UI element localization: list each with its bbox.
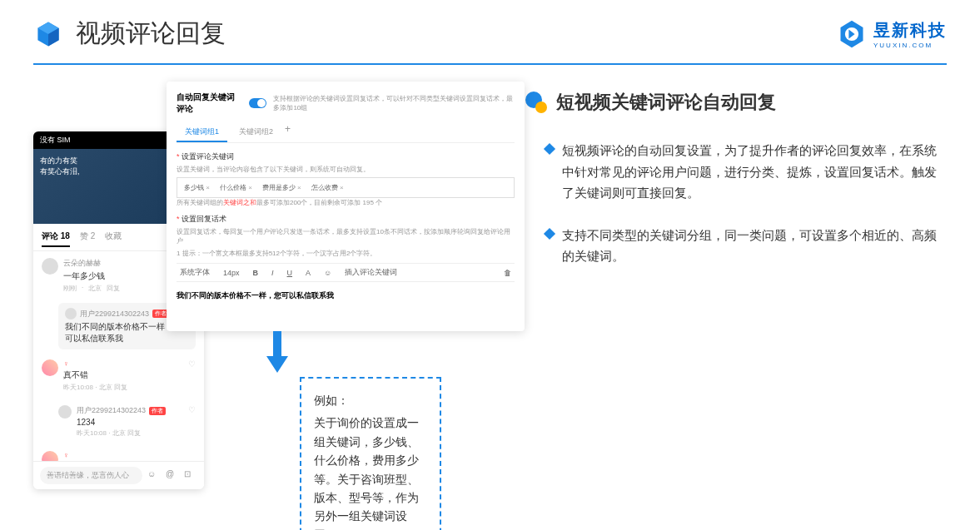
keyword-count-hint: 所有关键词组的关键词之和最多可添加200个，目前剩余可添加 195 个 [177, 198, 515, 207]
reply-field-hint: 设置回复话术，每回复一个用户评论只发送一条话术，最多支持设置10条不同话术，按添… [177, 227, 515, 245]
avatar [42, 359, 58, 376]
keyword-field-label: 设置评论关键词 [177, 151, 515, 162]
reply-field-label: 设置回复话术 [177, 214, 515, 225]
keyword-tag[interactable]: 多少钱 [181, 181, 213, 194]
comment-text: 真不错 [63, 369, 183, 381]
keyword-tag[interactable]: 怎么收费 [308, 181, 347, 194]
svg-point-2 [535, 102, 547, 113]
bullet-item: 短视频评论的自动回复设置，为了提升作者的评论回复效率，在系统中针对常见的评论用户… [525, 140, 947, 204]
insert-keyword-button[interactable]: 插入评论关键词 [341, 267, 400, 278]
heart-icon[interactable]: ♡ [188, 359, 196, 392]
logo-text-main: 昱新科技 [873, 19, 947, 42]
auto-reply-desc: 支持根据评论的关键词设置回复话术，可以针对不同类型关键词设置回复话术，最多添加1… [273, 94, 515, 112]
editor-content[interactable]: 我们不同的版本价格不一样，您可以私信联系我 [177, 287, 515, 305]
auto-reply-toggle[interactable] [249, 98, 266, 108]
comment-input-field[interactable]: 善语结善缘，恶言伤人心 [40, 467, 142, 484]
avatar [42, 258, 58, 275]
font-select[interactable]: 系统字体 [177, 267, 213, 278]
at-icon[interactable]: @ [166, 469, 179, 483]
bullet-text: 支持不同类型的关键词分组，同一类问题，可设置多个相近的、高频的关键词。 [562, 225, 947, 267]
keyword-input[interactable]: 多少钱 什么价格 费用是多少 怎么收费 [177, 177, 515, 198]
comment-username: 用户2299214302243 [77, 405, 146, 416]
add-group-button[interactable]: + [285, 123, 291, 142]
underline-button[interactable]: U [284, 269, 296, 277]
page-title: 视频评论回复 [76, 17, 226, 51]
comments-tab[interactable]: 评论 18 [42, 230, 70, 247]
reply-username: 用户2299214302243 [80, 309, 149, 319]
example-callout: 例如： 关于询价的设置成一组关键词，多少钱、什么价格，费用多少等。关于咨询班型、… [300, 377, 441, 530]
logo-text-sub: YUUXIN.COM [873, 42, 947, 49]
comment-text: 1234 [77, 418, 183, 427]
avatar [65, 308, 77, 319]
avatar [58, 405, 72, 419]
italic-button[interactable]: I [268, 269, 277, 277]
bullet-text: 短视频评论的自动回复设置，为了提升作者的评论回复效率，在系统中针对常见的评论用户… [562, 140, 947, 204]
emoji-icon[interactable]: ☺ [147, 469, 161, 483]
example-label: 例如： [314, 391, 427, 409]
settings-panel: 自动回复关键词评论 支持根据评论的关键词设置回复话术，可以针对不同类型关键词设置… [167, 82, 525, 331]
bullet-item: 支持不同类型的关键词分组，同一类问题，可设置多个相近的、高频的关键词。 [525, 225, 947, 267]
comment-meta: 昨天10:08 · 北京 回复 [63, 383, 183, 392]
example-text: 关于询价的设置成一组关键词，多少钱、什么价格，费用多少等。关于咨询班型、版本、型… [314, 414, 427, 530]
editor-toolbar: 系统字体 14px B I U A ☺ 插入评论关键词 🗑 [177, 263, 515, 282]
header-divider [33, 63, 947, 65]
diamond-icon [544, 143, 555, 155]
author-badge: 作者 [149, 407, 166, 415]
keyword-tag[interactable]: 什么价格 [216, 181, 256, 194]
image-icon[interactable]: ⊡ [184, 469, 197, 483]
section-title: 短视频关键词评论自动回复 [556, 90, 776, 115]
auto-reply-label: 自动回复关键词评论 [177, 92, 242, 115]
logo-hexagon-icon [837, 19, 867, 49]
sim-status: 没有 SIM [40, 135, 71, 146]
comment-item: ♀ 真不错 昨天10:08 · 北京 回复 ♡ [33, 353, 204, 399]
diamond-icon [544, 227, 555, 239]
emoji-button[interactable]: ☺ [321, 269, 335, 277]
keyword-group-tab-1[interactable]: 关键词组1 [177, 123, 227, 142]
bold-button[interactable]: B [250, 269, 262, 277]
color-button[interactable]: A [302, 269, 314, 277]
cube-icon [33, 19, 63, 49]
favorites-tab[interactable]: 收藏 [105, 230, 122, 247]
arrow-down-icon [265, 331, 290, 373]
keyword-group-tab-2[interactable]: 关键词组2 [231, 123, 281, 142]
company-logo: 昱新科技 YUUXIN.COM [837, 19, 947, 49]
likes-tab[interactable]: 赞 2 [80, 230, 95, 247]
chat-bubble-icon [525, 91, 548, 114]
keyword-field-hint: 设置关键词，当评论内容包含了以下关键词，则系统可自动回复。 [177, 165, 515, 174]
reply-field-tip: 1 提示：一个富文本框最多支持512个字符，一个汉字占用2个字符。 [177, 249, 515, 258]
heart-icon[interactable]: ♡ [188, 405, 196, 438]
keyword-tag[interactable]: 费用是多少 [259, 181, 305, 194]
comment-item: 用户2299214302243 作者 1234 昨天10:08 · 北京 回复 … [33, 399, 204, 444]
comment-meta: 昨天10:08 · 北京 回复 [77, 428, 183, 438]
delete-button[interactable]: 🗑 [500, 269, 515, 277]
size-select[interactable]: 14px [220, 269, 243, 277]
